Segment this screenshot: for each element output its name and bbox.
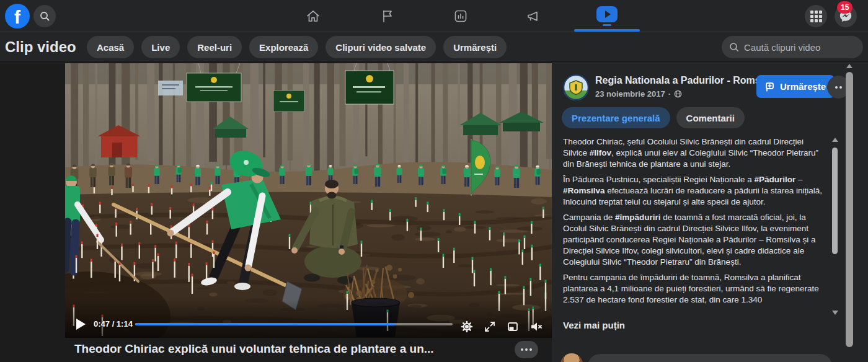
follow-button[interactable]: Urmărește bbox=[756, 75, 835, 98]
active-tab-underline bbox=[574, 29, 640, 32]
player-controls bbox=[461, 320, 543, 333]
progress-bar[interactable] bbox=[135, 323, 453, 325]
video-details-sidebar: Regia Nationala a Padurilor - Romsilva 2… bbox=[552, 62, 868, 362]
scroll-down-arrow-icon[interactable] bbox=[832, 311, 838, 315]
chart-box-icon bbox=[453, 9, 468, 24]
pill-urmaresti[interactable]: Urmărești bbox=[443, 36, 507, 58]
video-player[interactable]: 0:47 / 1:14 bbox=[65, 63, 552, 338]
pill-live[interactable]: Live bbox=[141, 36, 180, 58]
pill-acasa[interactable]: Acasă bbox=[87, 36, 134, 58]
nav-tab-watch-active[interactable] bbox=[596, 6, 618, 27]
watch-nav-pills: Acasă Live Reel-uri Explorează Clipuri v… bbox=[87, 36, 507, 58]
nav-tab-home[interactable] bbox=[306, 9, 321, 24]
megaphone-icon bbox=[526, 9, 541, 24]
follow-button-label: Urmărește bbox=[780, 81, 826, 92]
facebook-logo-icon[interactable]: f bbox=[5, 4, 30, 29]
search-button[interactable] bbox=[33, 5, 56, 27]
description-scrollbar-thumb[interactable] bbox=[832, 148, 838, 254]
description-paragraph: Theodor Chiriac, șeful Ocolului Silvic B… bbox=[563, 136, 826, 170]
description-paragraph: Campania de #împăduriri de toamnă a fost… bbox=[563, 212, 826, 268]
tab-comentarii[interactable]: Comentarii bbox=[676, 107, 745, 128]
fullscreen-icon[interactable] bbox=[484, 320, 496, 333]
description-paragraph: În Pădurea Pustnicu, specialiștii Regiei… bbox=[563, 174, 826, 208]
video-more-button[interactable] bbox=[515, 341, 538, 358]
progress-fill bbox=[135, 323, 396, 325]
watch-subheader: Clip video Acasă Live Reel-uri Exploreaz… bbox=[0, 32, 868, 62]
search-icon bbox=[729, 42, 739, 52]
meta-dot: · bbox=[668, 89, 671, 99]
pill-reeluri[interactable]: Reel-uri bbox=[187, 36, 242, 58]
video-frame-image bbox=[65, 63, 552, 338]
tab-prezentare-generala[interactable]: Prezentare generală bbox=[562, 107, 670, 128]
play-button[interactable] bbox=[76, 319, 86, 330]
apps-grid-icon bbox=[810, 11, 822, 22]
messenger-badge: 15 bbox=[837, 1, 852, 14]
video-description: Theodor Chiriac, șeful Ocolului Silvic B… bbox=[563, 136, 826, 317]
flag-icon bbox=[380, 9, 395, 24]
nav-tab-ads[interactable] bbox=[526, 9, 541, 24]
watch-video-icon-stand bbox=[603, 24, 611, 26]
sidebar-tabs: Prezentare generală Comentarii bbox=[562, 107, 745, 128]
scroll-up-arrow-icon[interactable] bbox=[832, 138, 838, 142]
page-scroll-up-icon[interactable] bbox=[846, 64, 852, 68]
description-paragraph: Pentru campania de împăduriri de toamnă,… bbox=[563, 272, 826, 306]
post-date: 23 noiembrie 2017 bbox=[595, 89, 665, 99]
time-display: 0:47 / 1:14 bbox=[94, 319, 133, 329]
nav-tab-marketplace[interactable] bbox=[453, 9, 468, 24]
video-search-input[interactable]: Caută clipuri video bbox=[722, 36, 863, 58]
description-scrollbar[interactable] bbox=[831, 138, 839, 315]
page-title: Clip video bbox=[5, 38, 76, 56]
page-scrollbar-thumb[interactable] bbox=[846, 72, 853, 347]
nav-tab-pages[interactable] bbox=[380, 9, 395, 24]
pill-clipuri-salvate[interactable]: Clipuri video salvate bbox=[326, 36, 436, 58]
facebook-watch-page: f bbox=[0, 0, 868, 362]
top-navbar: f bbox=[0, 0, 868, 32]
watch-video-icon bbox=[596, 6, 618, 22]
search-placeholder: Caută clipuri video bbox=[744, 42, 820, 53]
comment-input[interactable] bbox=[588, 354, 832, 362]
current-user-avatar bbox=[560, 353, 583, 362]
page-avatar[interactable] bbox=[563, 74, 589, 100]
home-icon bbox=[306, 9, 321, 24]
settings-gear-icon[interactable] bbox=[461, 320, 473, 333]
follow-flag-icon bbox=[765, 82, 775, 92]
romsilva-logo-icon bbox=[563, 74, 589, 100]
globe-icon bbox=[674, 90, 682, 98]
volume-muted-icon[interactable] bbox=[529, 320, 543, 333]
page-name-link[interactable]: Regia Nationala a Padurilor - Romsilva bbox=[595, 75, 777, 86]
picture-in-picture-icon[interactable] bbox=[507, 320, 519, 333]
apps-menu-button[interactable] bbox=[805, 5, 827, 27]
see-less-link[interactable]: Vezi mai puțin bbox=[563, 320, 625, 330]
search-icon bbox=[40, 11, 50, 21]
pill-exploreaza[interactable]: Explorează bbox=[249, 36, 318, 58]
video-title: Theodor Chiriac explică unui voluntar te… bbox=[74, 342, 434, 356]
post-meta: 23 noiembrie 2017 · bbox=[595, 89, 682, 99]
